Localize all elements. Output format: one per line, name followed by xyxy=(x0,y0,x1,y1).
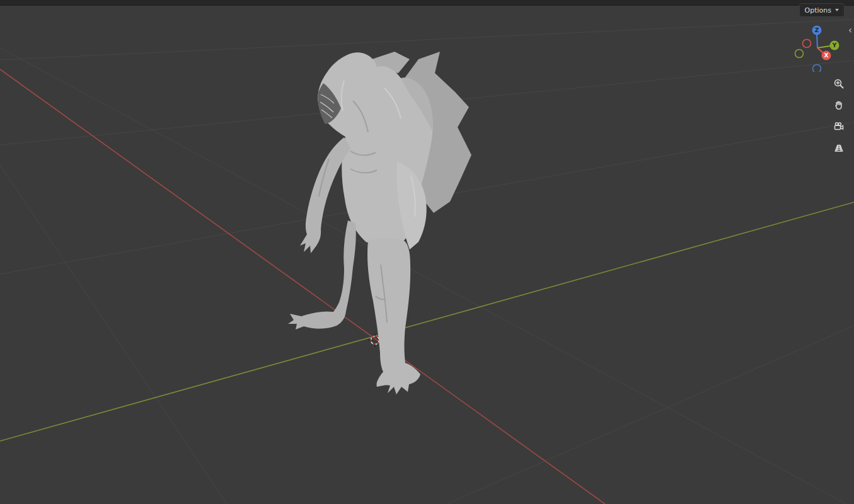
viewport-tool-column xyxy=(830,75,848,157)
gizmo-x-label: X xyxy=(824,52,829,59)
gizmo-y-label: Y xyxy=(832,42,837,49)
y-axis-line xyxy=(0,202,854,441)
chevron-down-icon xyxy=(835,9,839,11)
gizmo-negative-z-ball[interactable] xyxy=(813,65,821,72)
sidebar-expand-arrow[interactable]: ‹ xyxy=(848,26,852,35)
x-axis-line xyxy=(0,69,605,504)
blender-3d-viewport: Options ‹ Z Y X xyxy=(0,0,854,504)
gizmo-negative-x-ball[interactable] xyxy=(803,40,811,48)
creature-model[interactable] xyxy=(288,52,471,394)
gizmo-negative-y-ball[interactable] xyxy=(795,50,804,58)
zoom-icon xyxy=(833,78,845,89)
camera-icon xyxy=(833,121,845,132)
gizmo-z-ball[interactable]: Z xyxy=(812,26,822,35)
top-edge-strip xyxy=(0,0,854,6)
viewport-3d-scene[interactable] xyxy=(0,0,854,504)
options-button[interactable]: Options xyxy=(799,3,845,17)
hand-icon xyxy=(833,100,845,111)
zoom-button[interactable] xyxy=(830,75,848,93)
perspective-grid-icon xyxy=(833,142,845,154)
options-button-label: Options xyxy=(805,6,831,14)
toggle-projection-button[interactable] xyxy=(830,139,848,157)
gizmo-z-label: Z xyxy=(815,27,819,33)
gizmo-axis-lines xyxy=(817,35,830,53)
pan-button[interactable] xyxy=(830,96,848,114)
camera-view-button[interactable] xyxy=(830,118,848,135)
navigation-gizmo[interactable]: Z Y X xyxy=(793,24,841,72)
gizmo-y-ball[interactable]: Y xyxy=(830,41,840,50)
gizmo-x-ball[interactable]: X xyxy=(822,51,831,60)
